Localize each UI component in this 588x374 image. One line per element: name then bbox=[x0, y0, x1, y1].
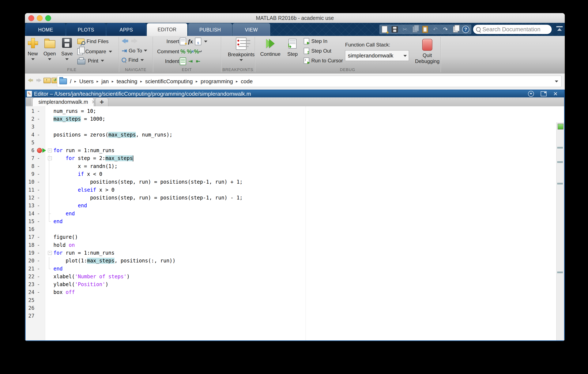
breadcrumb-segment[interactable]: Users bbox=[79, 78, 94, 85]
forward-icon[interactable] bbox=[131, 38, 138, 43]
breadcrumb-segment[interactable]: scientificComputing bbox=[145, 78, 193, 85]
execution-marker[interactable]: - bbox=[36, 155, 46, 161]
new-button[interactable]: New bbox=[28, 38, 38, 48]
cut-icon[interactable]: ✂ bbox=[401, 26, 409, 33]
code-line[interactable]: 20- plot(1:max_steps, positions(:, run)) bbox=[26, 257, 556, 265]
insert-section-icon[interactable]: + bbox=[179, 38, 187, 45]
execution-marker[interactable]: - bbox=[36, 171, 46, 177]
fold-toggle-icon[interactable]: − bbox=[48, 156, 52, 160]
execution-marker[interactable]: - bbox=[36, 132, 46, 138]
code-line[interactable]: 11- elseif x > 0 bbox=[26, 186, 556, 194]
find-files-button[interactable]: Find Files bbox=[77, 38, 109, 44]
code-line[interactable]: 8- x = randn(1); bbox=[26, 162, 556, 170]
execution-marker[interactable]: - bbox=[36, 250, 46, 256]
code-line[interactable]: 3 bbox=[26, 123, 556, 131]
breadcrumb-segment[interactable]: code bbox=[241, 78, 252, 85]
tab-home[interactable]: HOME bbox=[26, 23, 65, 36]
breakpoints-button[interactable]: Breakpoints bbox=[228, 38, 255, 61]
compare-button[interactable]: Compare bbox=[77, 48, 112, 55]
usage-mark[interactable] bbox=[557, 147, 563, 149]
execution-marker[interactable]: - bbox=[36, 258, 46, 264]
folder-up-icon[interactable]: ↑ bbox=[43, 78, 51, 83]
function-call-stack-dropdown[interactable]: simplerandomwalk bbox=[345, 50, 409, 61]
new-script-icon[interactable]: + bbox=[381, 26, 388, 33]
code-line[interactable]: 23-ylabel('Position') bbox=[26, 281, 556, 289]
usage-mark[interactable] bbox=[557, 271, 563, 273]
execution-marker[interactable]: - bbox=[36, 187, 46, 193]
execution-marker[interactable]: - bbox=[36, 234, 46, 240]
code-line[interactable]: 12- positions(step, run) = positions(ste… bbox=[26, 194, 556, 202]
code-line[interactable]: 22-xlabel('Number of steps') bbox=[26, 273, 556, 280]
execution-marker[interactable]: - bbox=[36, 218, 46, 224]
save-button[interactable]: Save bbox=[62, 38, 72, 48]
fold-column[interactable]: − bbox=[46, 156, 53, 160]
code-line[interactable]: 6−for run = 1:num_runs bbox=[26, 146, 556, 154]
indent-left-icon[interactable]: ⇤ bbox=[194, 57, 202, 65]
back-icon[interactable] bbox=[28, 78, 33, 82]
code-line[interactable]: 19-−for run = 1:num_runs bbox=[26, 249, 556, 257]
insert-fx-icon[interactable]: fx bbox=[187, 38, 194, 45]
execution-marker[interactable]: - bbox=[36, 211, 46, 217]
editor-menu-icon[interactable] bbox=[527, 91, 535, 97]
execution-marker[interactable]: - bbox=[36, 242, 46, 248]
step-in-button[interactable]: ▶ Step In bbox=[304, 38, 327, 44]
code-line[interactable]: 13- end bbox=[26, 202, 556, 210]
code-editor[interactable]: 1-num_runs = 10;2-max_steps = 1000;34-po… bbox=[26, 106, 564, 340]
goto-button[interactable]: ⇥ Go To bbox=[122, 47, 147, 54]
execution-marker[interactable]: - bbox=[36, 266, 46, 272]
redo-icon[interactable]: ↷ bbox=[441, 26, 450, 33]
execution-marker[interactable]: - bbox=[36, 281, 46, 287]
code-line[interactable]: 14- end bbox=[26, 210, 556, 217]
code-line[interactable]: 25 bbox=[26, 296, 556, 304]
tab-plots[interactable]: PLOTS bbox=[66, 23, 106, 36]
breadcrumb-segment[interactable]: teaching bbox=[116, 78, 137, 85]
undock-icon[interactable] bbox=[540, 91, 547, 97]
smart-indent-icon[interactable] bbox=[179, 57, 187, 65]
usage-mark[interactable] bbox=[557, 183, 563, 184]
help-icon[interactable]: ? bbox=[462, 26, 470, 33]
breadcrumb-segment[interactable]: jan bbox=[101, 78, 109, 85]
code-line[interactable]: 9- if x < 0 bbox=[26, 170, 556, 178]
indent-right-icon[interactable]: ⇥ bbox=[187, 57, 194, 65]
code-line[interactable]: 5 bbox=[26, 139, 556, 146]
continue-button[interactable]: Continue bbox=[260, 39, 281, 57]
step-button[interactable]: ↳ Step bbox=[283, 39, 302, 57]
code-line[interactable]: 10- positions(step, run) = positions(ste… bbox=[26, 178, 556, 186]
breadcrumb-segment[interactable]: / bbox=[70, 78, 71, 85]
message-indicator-bar[interactable] bbox=[556, 122, 564, 340]
code-line[interactable]: 2-max_steps = 1000; bbox=[26, 115, 556, 123]
open-button[interactable]: Open bbox=[44, 38, 55, 48]
close-icon[interactable]: ✕ bbox=[552, 91, 559, 97]
step-out-button[interactable]: ↥ Step Out bbox=[304, 48, 331, 54]
fold-column[interactable]: − bbox=[46, 251, 53, 255]
fold-toggle-icon[interactable]: − bbox=[48, 251, 52, 255]
tab-simplerandomwalk[interactable]: simplerandomwalk.m ✕ bbox=[32, 97, 94, 106]
tab-apps[interactable]: APPS bbox=[106, 23, 146, 36]
code-line[interactable]: 21-end bbox=[26, 265, 556, 273]
undo-icon[interactable]: ↶ bbox=[431, 26, 439, 33]
run-to-cursor-button[interactable]: ▶I Run to Cursor bbox=[304, 57, 343, 64]
paste-icon[interactable] bbox=[421, 26, 429, 33]
save-icon[interactable] bbox=[391, 26, 399, 33]
code-line[interactable]: 26 bbox=[26, 304, 556, 312]
code-line[interactable]: 15-end bbox=[26, 217, 556, 225]
execution-marker[interactable]: - bbox=[36, 116, 46, 122]
wrap-comments-icon[interactable]: %↵ bbox=[194, 48, 202, 55]
code-line[interactable]: 16 bbox=[26, 225, 556, 233]
code-line[interactable]: 18-hold on bbox=[26, 241, 556, 249]
code-line[interactable]: 7-− for step = 2:max_steps bbox=[26, 154, 556, 162]
breakpoint-marker[interactable] bbox=[36, 148, 46, 153]
code-analyzer-indicator[interactable] bbox=[557, 124, 564, 129]
current-folder-field[interactable]: /▸Users▸jan▸teaching▸scientificComputing… bbox=[57, 76, 561, 87]
execution-marker[interactable]: - bbox=[36, 108, 46, 114]
minimize-ribbon-icon[interactable] bbox=[556, 26, 563, 32]
print-button[interactable]: Print bbox=[77, 57, 104, 64]
back-icon[interactable] bbox=[122, 38, 129, 43]
comment-icon[interactable]: % bbox=[179, 48, 187, 55]
copy-icon[interactable] bbox=[411, 26, 419, 33]
code-line[interactable]: 27 bbox=[26, 312, 556, 320]
chevron-down-icon[interactable] bbox=[555, 81, 558, 82]
breadcrumb-segment[interactable]: programming bbox=[201, 78, 233, 85]
execution-marker[interactable]: - bbox=[36, 203, 46, 209]
new-tab-button[interactable]: + bbox=[95, 97, 108, 106]
